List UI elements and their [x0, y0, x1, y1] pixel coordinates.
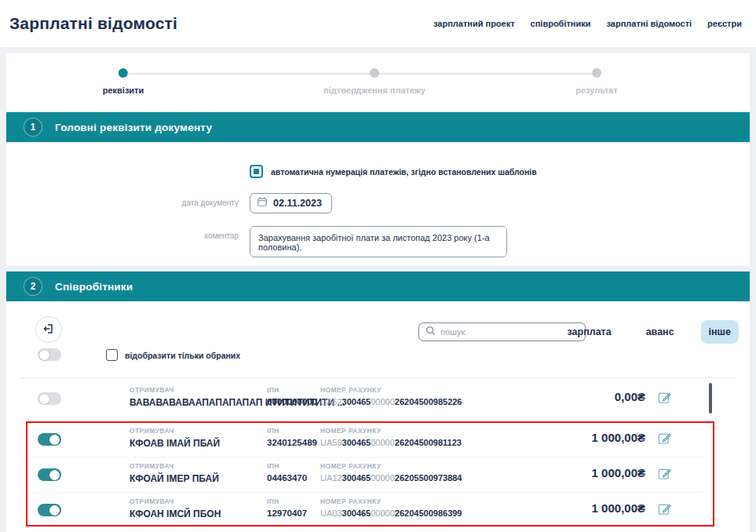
ipn-value: 04463470	[267, 473, 307, 483]
payment-amount: 1 000,00₴	[592, 501, 645, 515]
toggle-knob	[49, 505, 60, 516]
ipn-value: 12970407	[267, 508, 307, 518]
payment-amount: 0,00₴	[615, 390, 645, 403]
edit-row-button[interactable]	[656, 390, 672, 406]
account-number: UA033004650000026204500986399	[320, 508, 462, 518]
document-date-value: 02.11.2023	[273, 198, 322, 209]
edit-row-button[interactable]	[656, 466, 672, 482]
import-icon	[42, 322, 55, 337]
payment-amount: 1 000,00₴	[592, 431, 645, 444]
edit-icon	[657, 472, 672, 483]
recipient-column-label: ОТРИМУВАЧ	[130, 497, 263, 505]
tab-salary[interactable]: зарплата	[560, 320, 619, 344]
show-only-selected-row: відобразити тільки обраних	[106, 349, 240, 361]
employees-panel: зарплата аванс інше відобразити тільки о…	[6, 301, 750, 532]
payroll-statements-page: Зарплатні відомості зарплатний проект сп…	[0, 0, 756, 532]
row-select-toggle[interactable]	[38, 392, 61, 405]
employee-row: ОТРИМУВАЧ КФОАЙ ІМЕР ПБАЙ ІПН 04463470 Н…	[6, 459, 750, 494]
ipn-value: 3240125489	[267, 438, 317, 447]
account-column-label: НОМЕР РАХУНКУ	[320, 497, 462, 505]
auto-numbering-row: автоматична нумерація платежів, згідно в…	[250, 165, 537, 178]
document-date-field[interactable]: 02.11.2023	[250, 193, 332, 213]
import-button[interactable]	[35, 316, 62, 343]
nav-item-payroll-statements[interactable]: зарплатні відомості	[607, 19, 692, 28]
tab-advance[interactable]: аванс	[638, 320, 682, 344]
show-only-selected-checkbox[interactable]	[106, 349, 118, 361]
page-title: Зарплатні відомості	[9, 14, 177, 33]
edit-row-button[interactable]	[656, 431, 672, 446]
recipient-name: КФОАЙ ІМЕР ПБАЙ	[130, 473, 263, 484]
recipient-column-label: ОТРИМУВАЧ	[130, 386, 263, 394]
calendar-icon	[257, 196, 268, 210]
tab-other[interactable]: інше	[701, 320, 739, 344]
edit-icon	[657, 507, 672, 519]
document-date-label: дата документу	[6, 199, 239, 207]
account-number: UA123004650000026205500973884	[320, 473, 462, 483]
edit-icon	[657, 436, 672, 448]
account-number: UA593004650000026204500981123	[320, 438, 462, 447]
ipn-column-label: ІПН	[267, 427, 317, 435]
payment-type-tabs: зарплата аванс інше	[560, 319, 740, 345]
row-select-toggle[interactable]	[38, 433, 61, 446]
search-input[interactable]	[440, 327, 579, 337]
section-1-title: Головні реквізити документу	[55, 122, 212, 133]
nav-item-employees[interactable]: співробітники	[531, 19, 591, 28]
ipn-column-label: ІПН	[267, 386, 317, 394]
employee-row: ОТРИМУВАЧ КФОАВ ІМАЙ ПБАЙ ІПН 3240125489…	[6, 424, 750, 459]
section-2-number: 2	[24, 277, 42, 296]
section-2-header: 2 Співробітники	[6, 271, 750, 301]
recipient-name: КФОАВ ІМАЙ ПБАЙ	[130, 438, 263, 449]
section-1-header: 1 Головні реквізити документу	[6, 112, 750, 142]
stepper: реквізити підтвердження платежу результа…	[6, 53, 750, 111]
comment-input[interactable]: Зарахування заробітної плати за листопад…	[250, 226, 507, 257]
section-1-number: 1	[24, 118, 42, 137]
payment-amount: 1 000,00₴	[592, 466, 645, 479]
step-payment-confirmation[interactable]: підтвердження платежу	[323, 68, 425, 95]
auto-numbering-checkbox[interactable]	[250, 165, 263, 178]
nav-item-registers[interactable]: реєстри	[707, 19, 742, 28]
nav-item-salary-project[interactable]: зарплатний проект	[433, 19, 515, 28]
recipient-name: ВАВАВАВАВААПАПАПАПАП ИТИТИТИТИТИ ...	[130, 397, 263, 408]
account-column-label: НОМЕР РАХУНКУ	[320, 427, 462, 435]
toggle-knob	[49, 470, 60, 480]
comment-label: коментар	[6, 231, 239, 240]
employee-row: ОТРИМУВАЧ ВАВАВАВАВААПАПАПАПАП ИТИТИТИТИ…	[6, 383, 750, 418]
step-requisites[interactable]: реквізити	[103, 68, 144, 95]
select-all-toggle[interactable]	[38, 348, 61, 361]
list-divider	[20, 377, 736, 378]
toggle-knob	[39, 394, 49, 404]
row-select-toggle[interactable]	[38, 468, 61, 481]
edit-icon	[657, 395, 672, 407]
show-only-selected-label: відобразити тільки обраних	[125, 351, 240, 360]
step-dot	[592, 68, 601, 78]
employee-row: ОТРИМУВАЧ КФОАН ІМСЙ ПБОН ІПН 12970407 Н…	[6, 494, 750, 530]
ipn-column-label: ІПН	[267, 462, 307, 470]
step-dot-active	[119, 68, 128, 78]
step-dot	[370, 68, 379, 78]
ipn-column-label: ІПН	[267, 497, 307, 505]
toggle-knob	[39, 350, 49, 360]
document-requisites-form: автоматична нумерація платежів, згідно в…	[6, 144, 750, 266]
list-scrollbar-thumb[interactable]	[709, 383, 712, 414]
app-header: Зарплатні відомості зарплатний проект сп…	[0, 0, 756, 47]
account-number: UA523004650000026204500985226	[320, 397, 462, 406]
account-column-label: НОМЕР РАХУНКУ	[320, 386, 462, 394]
recipient-name: КФОАН ІМСЙ ПБОН	[130, 508, 263, 519]
recipient-column-label: ОТРИМУВАЧ	[130, 462, 263, 470]
auto-numbering-label: автоматична нумерація платежів, згідно в…	[271, 167, 537, 177]
toggle-knob	[49, 435, 60, 445]
search-icon	[425, 325, 436, 339]
step-result[interactable]: результат	[575, 68, 618, 95]
recipient-column-label: ОТРИМУВАЧ	[130, 427, 263, 435]
top-nav: зарплатний проект співробітники зарплатн…	[433, 19, 742, 28]
section-2-title: Співробітники	[55, 281, 133, 293]
account-column-label: НОМЕР РАХУНКУ	[320, 462, 462, 470]
ipn-value: 0000000000	[267, 397, 317, 406]
edit-row-button[interactable]	[656, 501, 672, 517]
row-select-toggle[interactable]	[38, 504, 61, 516]
